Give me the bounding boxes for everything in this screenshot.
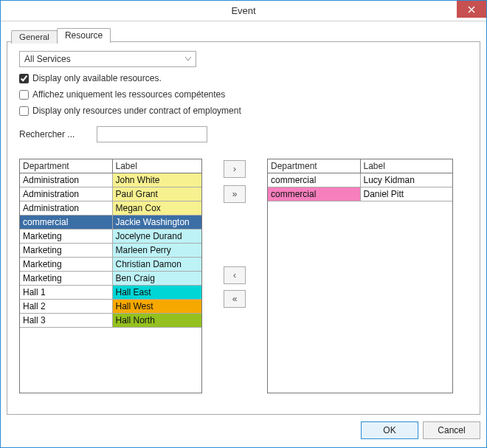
table-row[interactable]: AdministrationMegan Cox xyxy=(20,201,201,216)
right-col-label[interactable]: Label xyxy=(360,159,452,173)
close-button[interactable] xyxy=(457,1,486,18)
checkbox-available-label[interactable]: Display only available resources. xyxy=(32,73,162,83)
move-left-button[interactable]: ‹ xyxy=(224,266,246,284)
checkbox-competent-label[interactable]: Affichez uniquement les ressources compé… xyxy=(32,89,225,100)
table-row[interactable]: AdministrationJohn White xyxy=(20,173,201,187)
right-col-department[interactable]: Department xyxy=(268,159,360,173)
cell-label: Hall North xyxy=(112,314,201,328)
chevron-down-icon xyxy=(185,57,191,61)
cell-department: Administration xyxy=(20,187,112,201)
transfer-buttons: › » ‹ « xyxy=(217,159,252,308)
search-input[interactable] xyxy=(97,126,207,142)
event-dialog: Event General Resource All Services Disp… xyxy=(0,0,487,448)
move-right-button[interactable]: › xyxy=(224,160,246,178)
table-row[interactable]: MarketingMarleen Perry xyxy=(20,244,201,258)
cell-label: Jocelyne Durand xyxy=(112,230,201,244)
ok-button[interactable]: OK xyxy=(361,421,418,439)
window-title: Event xyxy=(231,5,255,16)
service-dropdown-value: All Services xyxy=(24,54,71,64)
cell-department: commercial xyxy=(268,187,360,201)
dialog-footer: OK Cancel xyxy=(7,419,480,441)
cell-label: Hall East xyxy=(112,286,201,300)
cell-label: Paul Grant xyxy=(112,187,201,201)
cell-department: Hall 2 xyxy=(20,300,112,314)
cancel-button[interactable]: Cancel xyxy=(423,421,480,439)
table-row[interactable]: commercialJackie Washington xyxy=(20,216,201,230)
cell-department: Marketing xyxy=(20,272,112,286)
tab-general[interactable]: General xyxy=(11,30,58,44)
cell-label: Megan Cox xyxy=(112,201,201,216)
cell-department: Administration xyxy=(20,201,112,216)
tab-bar: General Resource xyxy=(11,26,480,42)
cell-department: Marketing xyxy=(20,244,112,258)
cell-label: Jackie Washington xyxy=(112,216,201,230)
checkbox-contract-label[interactable]: Display only resources under contract of… xyxy=(32,106,241,116)
cell-department: commercial xyxy=(268,173,360,187)
cell-label: John White xyxy=(112,173,201,187)
table-row[interactable]: Hall 1Hall East xyxy=(20,286,201,300)
cell-department: Marketing xyxy=(20,258,112,272)
cell-department: Hall 1 xyxy=(20,286,112,300)
checkbox-competent[interactable] xyxy=(19,90,29,100)
available-resources-grid[interactable]: Department Label AdministrationJohn Whit… xyxy=(19,159,202,393)
selected-resources-grid[interactable]: Department Label commercialLucy Kidmanco… xyxy=(267,159,453,393)
cell-label: Christian Damon xyxy=(112,258,201,272)
cell-department: Marketing xyxy=(20,230,112,244)
close-icon xyxy=(468,6,475,13)
search-label: Rechercher ... xyxy=(19,129,75,139)
tab-resource[interactable]: Resource xyxy=(57,28,111,43)
table-row[interactable]: MarketingChristian Damon xyxy=(20,258,201,272)
cell-department: commercial xyxy=(20,216,112,230)
table-row[interactable]: MarketingJocelyne Durand xyxy=(20,230,201,244)
cell-label: Ben Craig xyxy=(112,272,201,286)
move-all-right-button[interactable]: » xyxy=(224,185,246,203)
service-dropdown[interactable]: All Services xyxy=(19,51,196,67)
left-col-department[interactable]: Department xyxy=(20,159,112,173)
cell-label: Marleen Perry xyxy=(112,244,201,258)
table-row[interactable]: Hall 3Hall North xyxy=(20,314,201,328)
table-row[interactable]: commercialLucy Kidman xyxy=(268,173,452,187)
cell-label: Daniel Pitt xyxy=(360,187,452,201)
cell-label: Hall West xyxy=(112,300,201,314)
table-row[interactable]: commercialDaniel Pitt xyxy=(268,187,452,201)
table-row[interactable]: MarketingBen Craig xyxy=(20,272,201,286)
left-col-label[interactable]: Label xyxy=(112,159,201,173)
checkbox-available[interactable] xyxy=(19,74,29,83)
checkbox-contract[interactable] xyxy=(19,106,29,116)
title-bar: Event xyxy=(1,1,486,21)
cell-department: Hall 3 xyxy=(20,314,112,328)
table-row[interactable]: Hall 2Hall West xyxy=(20,300,201,314)
move-all-left-button[interactable]: « xyxy=(224,290,246,308)
table-row[interactable]: AdministrationPaul Grant xyxy=(20,187,201,201)
resource-panel: All Services Display only available reso… xyxy=(7,41,480,415)
cell-department: Administration xyxy=(20,173,112,187)
cell-label: Lucy Kidman xyxy=(360,173,452,187)
